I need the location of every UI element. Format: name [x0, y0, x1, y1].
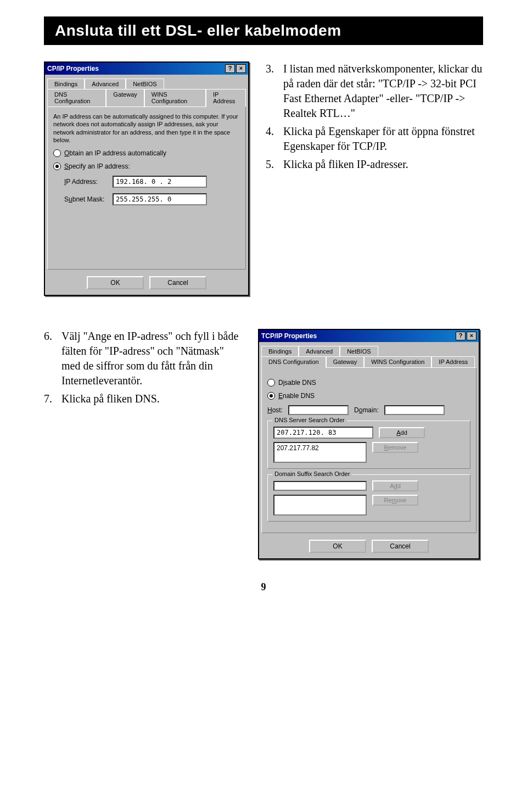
domain-field[interactable] [384, 405, 445, 415]
tab-wins-config[interactable]: WINS Configuration [364, 356, 431, 368]
step-number: 5. [266, 157, 278, 172]
tab-dns-config[interactable]: DNS Configuration [47, 89, 106, 107]
dns-server-search-order-group: DNS Server Search Order 207.217.120. 83 … [267, 421, 470, 469]
tcpip-properties-dialog-2: TCP/IP Properties ? × Bindings Advanced … [258, 329, 480, 559]
cancel-button[interactable]: Cancel [149, 276, 206, 289]
dns-server-list[interactable]: 207.217.77.82 [273, 442, 367, 463]
window-title: CP/IP Properties [47, 65, 99, 72]
titlebar: TCP/IP Properties ? × [259, 330, 479, 342]
radio-obtain-ip[interactable]: Obtain an IP address automatically [53, 149, 240, 157]
tab-advanced[interactable]: Advanced [299, 346, 340, 356]
step-number: 3. [266, 61, 278, 121]
radio-enable-dns[interactable]: Enable DNS [267, 392, 470, 400]
step-number: 4. [266, 124, 278, 154]
page-header: Ansluta till ett DSL- eller kabelmodem [44, 16, 483, 45]
help-text: An IP address can be automatically assig… [53, 113, 240, 144]
radio-obtain-label: btain an IP address automatically [69, 149, 166, 157]
add-button[interactable]: Add [379, 427, 425, 438]
tab-gateway[interactable]: Gateway [106, 89, 144, 107]
step-text: Klicka på fliken DNS. [61, 391, 160, 406]
close-icon[interactable]: × [467, 332, 476, 340]
domain-suffix-entry-field[interactable] [273, 481, 367, 491]
remove-button[interactable]: Remove [372, 495, 418, 506]
dns-ip-entry-field[interactable]: 207.217.120. 83 [273, 427, 373, 439]
ok-button[interactable]: OK [87, 276, 144, 289]
tab-netbios[interactable]: NetBIOS [340, 346, 378, 356]
tab-ip-address[interactable]: IP Address [431, 356, 475, 368]
radio-icon [53, 163, 61, 170]
tab-bindings[interactable]: Bindings [261, 346, 299, 356]
domain-suffix-search-order-group: Domain Suffix Search Order Add Remove [267, 474, 470, 522]
help-icon[interactable]: ? [456, 332, 466, 340]
domain-label: Domain: [354, 406, 379, 414]
close-icon[interactable]: × [236, 64, 246, 73]
instructions-block-1: 3.I listan med nätverkskomponenter, klic… [266, 61, 483, 175]
tab-gateway[interactable]: Gateway [326, 356, 364, 368]
tab-advanced[interactable]: Advanced [85, 79, 126, 89]
tab-ip-address[interactable]: IP Address [206, 89, 246, 107]
page-number: 9 [44, 581, 483, 593]
instructions-block-2: 6.Välj "Ange en IP-adress" och fyll i bå… [44, 329, 242, 410]
tab-wins-config[interactable]: WINS Configuration [144, 89, 206, 107]
tab-bindings[interactable]: Bindings [47, 79, 85, 89]
step-number: 6. [44, 329, 56, 388]
groupbox-title: Domain Suffix Search Order [272, 471, 352, 477]
tcpip-properties-dialog-1: CP/IP Properties ? × Bindings Advanced N… [44, 61, 249, 296]
host-label: Host: [267, 406, 283, 414]
ok-button[interactable]: OK [309, 540, 366, 553]
window-title: TCP/IP Properties [261, 332, 317, 340]
subnet-mask-label: Subnet Mask: [64, 195, 108, 203]
step-number: 7. [44, 391, 56, 406]
cancel-button[interactable]: Cancel [372, 540, 429, 553]
subnet-mask-field[interactable]: 255.255.255. 0 [113, 193, 207, 205]
host-field[interactable] [288, 405, 349, 415]
radio-disable-dns[interactable]: Disable DNS [267, 379, 470, 387]
tab-dns-config[interactable]: DNS Configuration [261, 356, 326, 368]
ip-address-field[interactable]: 192.168. 0 . 2 [113, 176, 207, 188]
step-text: I listan med nätverkskomponenter, klicka… [283, 61, 483, 121]
help-icon[interactable]: ? [225, 64, 235, 73]
ip-address-label: IP Address: [64, 178, 108, 186]
radio-icon [267, 392, 275, 400]
radio-icon [267, 379, 275, 387]
radio-icon [53, 149, 61, 157]
add-button[interactable]: Add [372, 480, 418, 491]
step-text: Klicka på Egenskaper för att öppna fönst… [283, 124, 483, 154]
domain-suffix-list[interactable] [273, 495, 367, 516]
titlebar: CP/IP Properties ? × [45, 63, 248, 75]
radio-specify-label: pecify an IP address: [69, 163, 130, 170]
groupbox-title: DNS Server Search Order [272, 417, 347, 423]
tab-netbios[interactable]: NetBIOS [126, 79, 164, 89]
step-text: Klicka på fliken IP-adresser. [283, 157, 408, 172]
radio-specify-ip[interactable]: Specify an IP address: [53, 163, 240, 170]
step-text: Välj "Ange en IP-adress" och fyll i både… [61, 329, 242, 388]
remove-button[interactable]: Remove [372, 442, 418, 453]
